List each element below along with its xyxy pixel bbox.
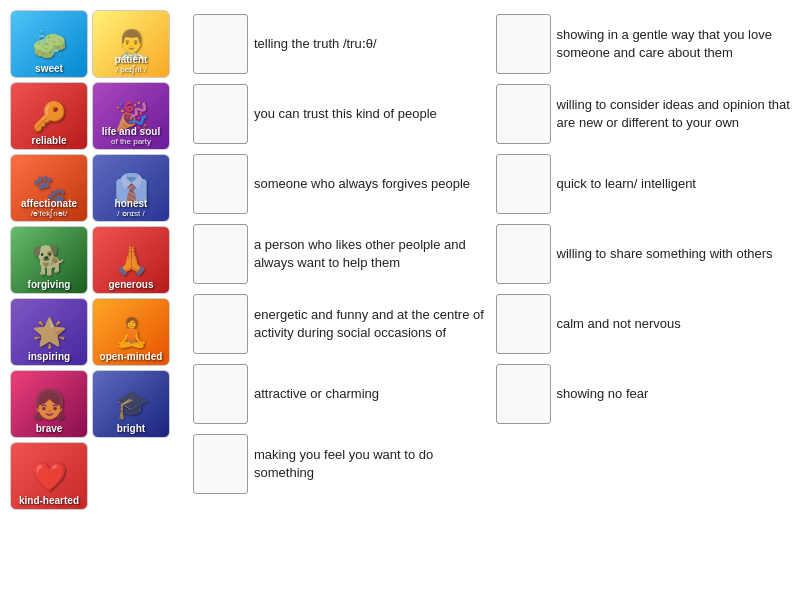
middle-item-3: a person who likes other peolple and alw…: [193, 220, 488, 288]
drop-box-6[interactable]: [193, 434, 248, 494]
right-text-2: quick to learn/ intelligent: [557, 175, 791, 193]
drop-box-3[interactable]: [193, 224, 248, 284]
card-row-3: 🐾 affectionate /ə'fekʃnət/ 👔 honest / ɒn…: [10, 154, 185, 222]
card-open-minded[interactable]: 🧘 open-minded: [92, 298, 170, 366]
drop-box-r1[interactable]: [496, 84, 551, 144]
right-item-2: quick to learn/ intelligent: [496, 150, 791, 218]
right-item-3: willing to share something with others: [496, 220, 791, 288]
middle-column: telling the truth /truːθ/ you can trust …: [193, 10, 488, 590]
right-text-0: showing in a gentle way that you love so…: [557, 26, 791, 62]
middle-item-5: attractive or charming: [193, 360, 488, 428]
right-text-1: willing to consider ideas and opinion th…: [557, 96, 791, 132]
middle-text-4: energetic and funny and at the centre of…: [254, 306, 488, 342]
middle-item-2: someone who always forgives people: [193, 150, 488, 218]
middle-item-4: energetic and funny and at the centre of…: [193, 290, 488, 358]
drop-box-r5[interactable]: [496, 364, 551, 424]
middle-text-5: attractive or charming: [254, 385, 488, 403]
card-honest[interactable]: 👔 honest / ɒnɪst /: [92, 154, 170, 222]
right-item-5: showing no fear: [496, 360, 791, 428]
card-row-5: 🌟 inspiring 🧘 open-minded: [10, 298, 185, 366]
card-brave[interactable]: 👧 brave: [10, 370, 88, 438]
card-life-soul[interactable]: 🎉 life and soul of the party: [92, 82, 170, 150]
right-text-5: showing no fear: [557, 385, 791, 403]
card-generous[interactable]: 🙏 generous: [92, 226, 170, 294]
drop-box-0[interactable]: [193, 14, 248, 74]
right-item-4: calm and not nervous: [496, 290, 791, 358]
card-inspiring[interactable]: 🌟 inspiring: [10, 298, 88, 366]
card-bright[interactable]: 🎓 bright: [92, 370, 170, 438]
card-row-4: 🐕 forgiving 🙏 generous: [10, 226, 185, 294]
card-row-6: 👧 brave 🎓 bright: [10, 370, 185, 438]
middle-text-3: a person who likes other peolple and alw…: [254, 236, 488, 272]
right-text-3: willing to share something with others: [557, 245, 791, 263]
middle-item-1: you can trust this kind of people: [193, 80, 488, 148]
right-item-1: willing to consider ideas and opinion th…: [496, 80, 791, 148]
middle-text-0: telling the truth /truːθ/: [254, 35, 488, 53]
middle-text-1: you can trust this kind of people: [254, 105, 488, 123]
middle-item-6: making you feel you want to do something: [193, 430, 488, 498]
card-row-7: ❤️ kind-hearted: [10, 442, 185, 510]
card-kind-hearted[interactable]: ❤️ kind-hearted: [10, 442, 88, 510]
drop-box-4[interactable]: [193, 294, 248, 354]
card-sweet[interactable]: 🧽 sweet: [10, 10, 88, 78]
card-patient[interactable]: 👨‍⚕️ patient / peɪʃnt /: [92, 10, 170, 78]
card-row-2: 🔑 reliable 🎉 life and soul of the party: [10, 82, 185, 150]
drop-box-5[interactable]: [193, 364, 248, 424]
middle-text-6: making you feel you want to do something: [254, 446, 488, 482]
drop-box-1[interactable]: [193, 84, 248, 144]
card-forgiving[interactable]: 🐕 forgiving: [10, 226, 88, 294]
drop-box-r3[interactable]: [496, 224, 551, 284]
main-container: 🧽 sweet 👨‍⚕️ patient / peɪʃnt / 🔑 reliab…: [0, 0, 800, 600]
drop-box-r4[interactable]: [496, 294, 551, 354]
middle-item-0: telling the truth /truːθ/: [193, 10, 488, 78]
match-columns: telling the truth /truːθ/ you can trust …: [193, 10, 790, 590]
right-text-4: calm and not nervous: [557, 315, 791, 333]
right-column: showing in a gentle way that you love so…: [496, 10, 791, 590]
card-row-1: 🧽 sweet 👨‍⚕️ patient / peɪʃnt /: [10, 10, 185, 78]
drop-box-2[interactable]: [193, 154, 248, 214]
right-item-0: showing in a gentle way that you love so…: [496, 10, 791, 78]
card-reliable[interactable]: 🔑 reliable: [10, 82, 88, 150]
drop-box-r2[interactable]: [496, 154, 551, 214]
card-affectionate[interactable]: 🐾 affectionate /ə'fekʃnət/: [10, 154, 88, 222]
drop-box-r0[interactable]: [496, 14, 551, 74]
middle-text-2: someone who always forgives people: [254, 175, 488, 193]
left-column: 🧽 sweet 👨‍⚕️ patient / peɪʃnt / 🔑 reliab…: [10, 10, 185, 590]
